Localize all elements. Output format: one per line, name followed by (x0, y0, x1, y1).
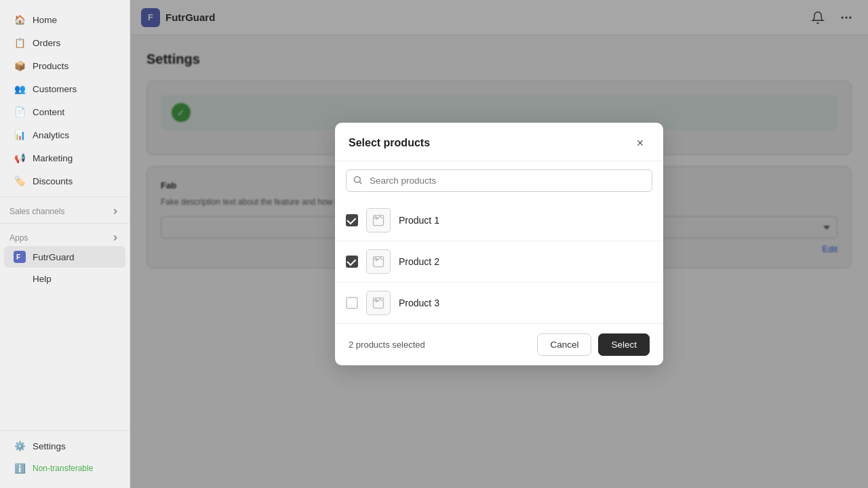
product-checkbox-1[interactable] (346, 214, 358, 226)
product-list: Product 1 Product 2 Product 3 (335, 200, 663, 323)
modal-header: Select products × (335, 123, 663, 161)
sales-channels-label: Sales channels (0, 201, 130, 219)
sidebar-item-content[interactable]: 📄 Content (4, 101, 125, 123)
modal-overlay: Select products × (130, 0, 868, 488)
marketing-icon: 📢 (14, 152, 26, 164)
product-item-2[interactable]: Product 2 (335, 241, 663, 283)
modal-footer: 2 products selected Cancel Select (335, 323, 663, 365)
sidebar-item-analytics[interactable]: 📊 Analytics (4, 124, 125, 146)
sidebar-item-futrguard[interactable]: F FutrGuard (4, 246, 125, 268)
product-checkbox-3[interactable] (346, 297, 358, 309)
svg-point-5 (355, 176, 361, 182)
svg-text:F: F (16, 253, 20, 261)
futrguard-icon: F (14, 251, 26, 263)
orders-icon: 📋 (14, 37, 26, 49)
sidebar-item-products[interactable]: 📦 Products (4, 55, 125, 77)
sidebar-item-non-transferable[interactable]: ℹ️ Non-transferable (4, 458, 125, 479)
product-name-2: Product 2 (399, 256, 439, 267)
product-image-3 (366, 291, 391, 315)
discounts-icon: 🏷️ (14, 175, 26, 187)
modal-dialog: Select products × (335, 123, 663, 365)
product-checkbox-2[interactable] (346, 256, 358, 268)
product-image-2 (366, 249, 391, 274)
sidebar-item-customers[interactable]: 👥 Customers (4, 78, 125, 100)
modal-search (335, 161, 663, 200)
modal-title: Select products (349, 137, 430, 149)
sidebar-item-marketing[interactable]: 📢 Marketing (4, 147, 125, 169)
main-content: F FutrGuard Settings ✓ Fab Fake descript… (130, 0, 868, 488)
product-item-3[interactable]: Product 3 (335, 283, 663, 323)
home-icon: 🏠 (14, 14, 26, 26)
sidebar: 🏠 Home 📋 Orders 📦 Products 👥 Customers 📄… (0, 0, 130, 488)
product-name-1: Product 1 (399, 215, 439, 226)
analytics-icon: 📊 (14, 129, 26, 141)
product-name-3: Product 3 (399, 298, 439, 308)
products-icon: 📦 (14, 60, 26, 72)
sidebar-divider-1 (0, 197, 130, 197)
product-item-1[interactable]: Product 1 (335, 200, 663, 241)
sidebar-item-settings[interactable]: ⚙️ Settings (4, 435, 125, 457)
search-icon (353, 175, 363, 187)
select-button[interactable]: Select (598, 333, 650, 356)
sidebar-item-orders[interactable]: 📋 Orders (4, 32, 125, 54)
sidebar-divider-3 (0, 430, 130, 431)
sidebar-item-help[interactable]: Help (4, 269, 125, 289)
sidebar-item-discounts[interactable]: 🏷️ Discounts (4, 170, 125, 192)
svg-point-8 (376, 218, 378, 220)
svg-point-12 (376, 300, 378, 302)
info-icon: ℹ️ (14, 462, 26, 474)
sidebar-item-home[interactable]: 🏠 Home (4, 9, 125, 30)
search-wrapper (346, 169, 652, 192)
search-input[interactable] (346, 169, 652, 192)
modal-close-button[interactable]: × (631, 134, 650, 152)
sidebar-bottom: ⚙️ Settings ℹ️ Non-transferable (0, 426, 130, 480)
content-icon: 📄 (14, 106, 26, 118)
apps-section-label: Apps (0, 228, 130, 245)
product-image-1 (366, 208, 391, 232)
settings-icon: ⚙️ (14, 440, 26, 452)
modal-footer-buttons: Cancel Select (537, 333, 650, 356)
selected-count: 2 products selected (349, 340, 425, 350)
svg-point-10 (376, 259, 378, 261)
svg-line-6 (359, 182, 361, 184)
sidebar-divider-2 (0, 223, 130, 224)
cancel-button[interactable]: Cancel (537, 333, 591, 356)
customers-icon: 👥 (14, 83, 26, 95)
